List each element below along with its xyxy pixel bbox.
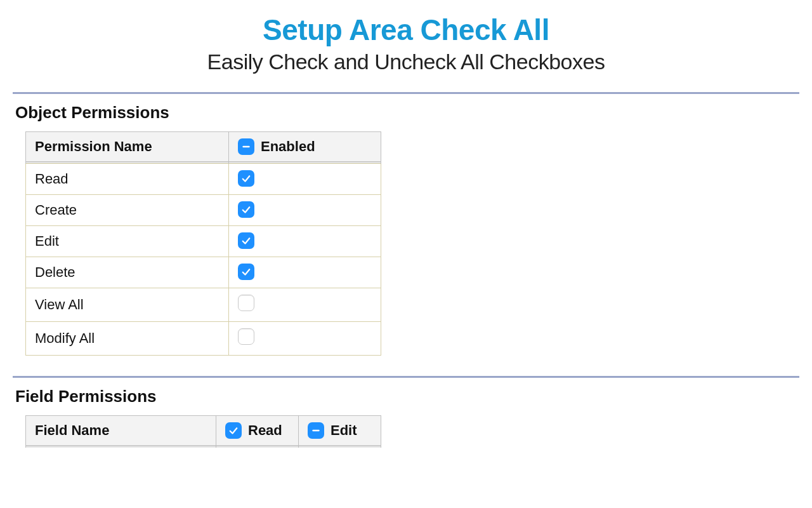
checkbox-icon[interactable] (238, 170, 254, 187)
field-col-edit: Edit (299, 416, 381, 446)
checkbox-icon[interactable] (238, 295, 254, 311)
checkbox-icon[interactable] (238, 264, 254, 280)
page-title: Setup Area Check All (13, 13, 799, 47)
field-col-read-label: Read (248, 422, 282, 439)
permission-name-cell: Modify All (26, 322, 229, 356)
permission-name-cell: Read (26, 164, 229, 195)
section-heading-object: Object Permissions (15, 103, 799, 123)
permission-enabled-cell (229, 195, 381, 226)
permission-enabled-cell (229, 322, 381, 356)
divider (13, 92, 799, 94)
field-permissions-table: Field Name Read (25, 415, 381, 448)
field-col-name: Field Name (26, 416, 216, 446)
field-col-read: Read (216, 416, 299, 446)
check-all-edit[interactable] (308, 422, 324, 439)
field-col-edit-label: Edit (331, 422, 357, 439)
section-heading-field: Field Permissions (15, 387, 799, 406)
object-permissions-section: Object Permissions Permission Name Enabl… (13, 103, 799, 356)
permission-name-cell: Edit (26, 226, 229, 257)
permission-enabled-cell (229, 164, 381, 195)
object-col-enabled-label: Enabled (261, 138, 315, 155)
field-permissions-section: Field Permissions Field Name Read (13, 387, 799, 448)
permission-name-cell: Delete (26, 257, 229, 288)
permission-enabled-cell (229, 288, 381, 322)
permission-enabled-cell (229, 257, 381, 288)
table-row: Edit (26, 226, 381, 257)
object-col-enabled: Enabled (229, 132, 381, 162)
checkbox-icon[interactable] (238, 201, 254, 218)
checkbox-icon[interactable] (238, 328, 254, 345)
table-row: Delete (26, 257, 381, 288)
permission-name-cell: View All (26, 288, 229, 322)
table-row: View All (26, 288, 381, 322)
object-permissions-rows: ReadCreateEditDeleteView AllModify All (26, 164, 381, 356)
checkbox-icon[interactable] (238, 232, 254, 249)
table-row: Create (26, 195, 381, 226)
page-subtitle: Easily Check and Uncheck All Checkboxes (13, 50, 799, 74)
object-permissions-table: Permission Name Enabled ReadCreateEditDe… (25, 131, 381, 356)
table-row: Read (26, 164, 381, 195)
table-row: Modify All (26, 322, 381, 356)
permission-enabled-cell (229, 226, 381, 257)
check-all-enabled[interactable] (238, 138, 254, 155)
object-col-name: Permission Name (26, 132, 229, 162)
divider (13, 376, 799, 378)
check-all-read[interactable] (225, 422, 242, 439)
permission-name-cell: Create (26, 195, 229, 226)
